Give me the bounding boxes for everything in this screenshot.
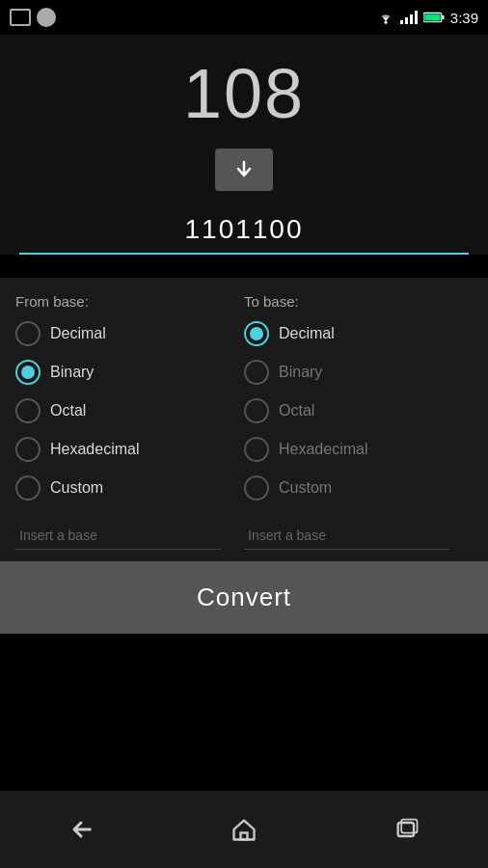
to-decimal-radio[interactable] — [244, 321, 269, 346]
home-button[interactable] — [215, 810, 273, 849]
base-input-row — [0, 514, 488, 561]
from-hexadecimal-option[interactable]: Hexadecimal — [15, 437, 244, 462]
to-octal-label: Octal — [279, 402, 314, 420]
svg-rect-3 — [442, 15, 444, 19]
to-custom-label: Custom — [279, 479, 332, 497]
to-base-input-col — [244, 522, 473, 550]
image-icon — [10, 9, 31, 26]
android-icon — [37, 8, 56, 27]
to-base-column: To base: Decimal Binary Octal Hexadecima… — [244, 293, 473, 514]
nav-bar — [0, 791, 488, 868]
big-number-display: 108 — [19, 54, 469, 133]
arrow-btn-container — [19, 149, 469, 191]
signal-icon — [400, 11, 418, 24]
to-custom-radio[interactable] — [244, 475, 269, 501]
arrow-down-icon — [232, 158, 256, 181]
battery-icon — [423, 11, 445, 24]
to-octal-radio[interactable] — [244, 398, 269, 423]
from-custom-radio[interactable] — [15, 475, 41, 501]
convert-arrow-button[interactable] — [215, 149, 273, 191]
to-base-label: To base: — [244, 293, 473, 310]
back-icon — [68, 816, 95, 843]
from-decimal-radio[interactable] — [15, 321, 41, 346]
to-decimal-radio-dot — [250, 327, 263, 340]
main-content: 108 — [0, 35, 488, 255]
from-base-column: From base: Decimal Binary Octal Hexadeci… — [15, 293, 244, 514]
from-custom-option[interactable]: Custom — [15, 475, 244, 501]
to-hexadecimal-label: Hexadecimal — [279, 441, 367, 458]
from-hexadecimal-radio[interactable] — [15, 437, 41, 462]
status-bar-left — [10, 8, 56, 27]
home-icon — [230, 816, 258, 843]
to-binary-option[interactable]: Binary — [244, 360, 473, 385]
to-decimal-option[interactable]: Decimal — [244, 321, 473, 346]
convert-button[interactable]: Convert — [0, 561, 488, 634]
from-octal-radio[interactable] — [15, 398, 41, 423]
from-decimal-option[interactable]: Decimal — [15, 321, 244, 346]
svg-point-0 — [384, 21, 387, 24]
back-button[interactable] — [52, 810, 110, 849]
recents-button[interactable] — [378, 810, 436, 849]
svg-rect-2 — [424, 14, 441, 20]
status-time: 3:39 — [450, 10, 478, 26]
to-octal-option[interactable]: Octal — [244, 398, 473, 423]
from-binary-option[interactable]: Binary — [15, 360, 244, 385]
from-custom-label: Custom — [50, 479, 103, 497]
from-base-input-col — [15, 522, 244, 550]
to-binary-radio[interactable] — [244, 360, 269, 385]
to-custom-option[interactable]: Custom — [244, 475, 473, 501]
from-binary-label: Binary — [50, 364, 94, 381]
to-decimal-label: Decimal — [279, 325, 335, 342]
from-octal-option[interactable]: Octal — [15, 398, 244, 423]
svg-rect-4 — [240, 833, 247, 840]
from-decimal-label: Decimal — [50, 325, 106, 342]
from-base-label: From base: — [15, 293, 244, 310]
radio-section: From base: Decimal Binary Octal Hexadeci… — [0, 278, 488, 514]
convert-btn-container: Convert — [0, 561, 488, 634]
from-hexadecimal-label: Hexadecimal — [50, 441, 139, 458]
to-hexadecimal-option[interactable]: Hexadecimal — [244, 437, 473, 462]
from-base-input[interactable] — [15, 522, 221, 550]
recents-icon — [393, 816, 420, 843]
from-binary-radio-dot — [21, 366, 35, 379]
wifi-icon — [377, 11, 394, 24]
from-octal-label: Octal — [50, 402, 86, 420]
result-value-input[interactable] — [19, 206, 469, 253]
status-bar: 3:39 — [0, 0, 488, 35]
to-hexadecimal-radio[interactable] — [244, 437, 269, 462]
from-binary-radio[interactable] — [15, 360, 41, 385]
to-base-input[interactable] — [244, 522, 449, 550]
result-container — [19, 206, 469, 255]
svg-rect-5 — [397, 823, 413, 836]
status-bar-right: 3:39 — [377, 10, 478, 26]
to-binary-label: Binary — [279, 364, 322, 381]
